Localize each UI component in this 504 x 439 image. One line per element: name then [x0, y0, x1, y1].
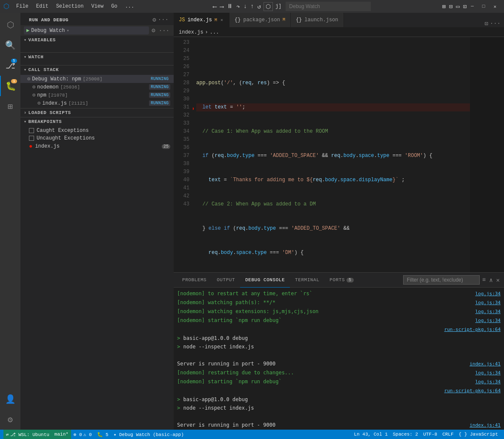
caught-exceptions-checkbox[interactable]	[29, 128, 34, 133]
console-source[interactable]: run-script-pkg.js:64	[444, 387, 501, 395]
breadcrumb-context[interactable]: ...	[210, 29, 219, 35]
sidebar-more-icon[interactable]: ···	[158, 16, 169, 23]
menu-file[interactable]: File	[13, 3, 32, 10]
panel-wrap-icon[interactable]: ≡	[481, 276, 487, 284]
debug-back-btn[interactable]: ⟵	[212, 2, 217, 11]
activity-git[interactable]: ⎇ 5	[0, 55, 20, 76]
minimize-btn[interactable]: ─	[467, 3, 478, 10]
panel-scroll-up-icon[interactable]: ∧	[488, 276, 493, 285]
call-stack-sub-item[interactable]: ⚙ nodemon [25036] RUNNING	[26, 83, 174, 91]
console-source[interactable]: log.js:34	[475, 308, 501, 316]
console-text	[177, 413, 501, 420]
console-source[interactable]: index.js:41	[470, 360, 501, 368]
status-debug[interactable]: 🐛 5	[94, 430, 111, 439]
search-input[interactable]	[286, 2, 371, 11]
menu-view[interactable]: View	[88, 3, 107, 10]
tab-launch-json[interactable]: {} launch.json	[291, 13, 344, 27]
console-source[interactable]: log.js:34	[475, 378, 501, 386]
menu-selection[interactable]: Selection	[53, 3, 87, 10]
tab-problems[interactable]: PROBLEMS	[177, 273, 212, 288]
breakpoint-dot-icon: ●	[29, 143, 32, 150]
menu-edit[interactable]: Edit	[33, 3, 52, 10]
debug-step-out-btn[interactable]: ↑	[249, 2, 255, 11]
tab-terminal[interactable]: TERMINAL	[290, 273, 324, 288]
console-source[interactable]: run-script-pkg.js:64	[444, 326, 501, 334]
uncaught-exceptions-checkbox[interactable]	[29, 136, 34, 141]
split-editor-icon[interactable]: ⊡	[484, 20, 488, 27]
loaded-scripts-header[interactable]: › LOADED SCRIPTS	[20, 108, 174, 117]
tab-ports[interactable]: PORTS 5	[324, 273, 358, 288]
console-source[interactable]: log.js:34	[475, 369, 501, 377]
debug-gear-icon[interactable]: ⚙	[151, 26, 156, 35]
caught-exceptions-item[interactable]: Caught Exceptions	[20, 127, 174, 134]
breakpoints-header[interactable]: ▾ BREAKPOINTS	[20, 117, 174, 126]
bp-filename: index.js	[35, 143, 60, 149]
console-source[interactable]: log.js:34	[475, 290, 501, 298]
debug-step-into-btn[interactable]: ↓	[243, 2, 248, 11]
console-text	[177, 351, 501, 359]
status-remote[interactable]: ⇌ ⎇ WSL: Ubuntu	[3, 430, 52, 439]
console-source[interactable]: log.js:34	[475, 317, 501, 325]
debug-restart-btn[interactable]: ↺	[256, 2, 261, 11]
panel-toggle-btn[interactable]: ▭	[456, 3, 459, 10]
activity-debug[interactable]: 🐛 1	[0, 76, 20, 96]
watch-header[interactable]: ▾ WATCH	[20, 53, 174, 61]
debug-forward-btn[interactable]: ⟶	[219, 2, 224, 11]
tab-right-icons: ⊡ ···	[484, 20, 504, 27]
status-branch[interactable]: main*	[52, 430, 71, 439]
status-debug-session[interactable]: ✦ Debug Watch (basic-app)	[111, 430, 186, 439]
panel-close-icon[interactable]: ✕	[495, 276, 501, 285]
index-icon: ⚙	[37, 100, 40, 106]
index-js-breakpoint[interactable]: ● index.js 25	[20, 142, 174, 151]
breadcrumb-file[interactable]: index.js	[179, 29, 203, 35]
chevron-down-icon: ▾	[66, 28, 69, 33]
status-bar: ⇌ ⎇ WSL: Ubuntu main* ⊗ 0 ⚠ 0 🐛 5 ✦ Debu…	[0, 430, 504, 439]
call-stack-header[interactable]: ▾ CALL STACK	[20, 66, 174, 74]
variables-header[interactable]: ▾ VARIABLES	[20, 36, 174, 44]
status-spaces[interactable]: Spaces: 2	[390, 430, 421, 439]
menu-more[interactable]: ...	[122, 3, 138, 10]
activity-search[interactable]: 🔍	[0, 35, 20, 55]
call-stack-index-item[interactable]: ⚙ index.js [21121] RUNNING	[26, 99, 174, 107]
console-line: > basic-app@1.0.0 debug	[174, 334, 504, 342]
tab-index-js[interactable]: JS index.js M ✕	[174, 13, 229, 27]
maximize-btn[interactable]: □	[478, 3, 490, 10]
sidebar-settings-icon[interactable]: ⚙	[152, 16, 156, 23]
breakpoints-label: BREAKPOINTS	[29, 119, 62, 124]
customize-layout-btn[interactable]: ⊡	[463, 3, 467, 10]
status-encoding[interactable]: UTF-8	[421, 430, 440, 439]
console-line	[174, 351, 504, 359]
status-line-ending[interactable]: CRLF	[440, 430, 456, 439]
activity-account[interactable]: 👤	[0, 389, 20, 409]
console-source[interactable]: index.js:41	[470, 422, 501, 429]
activity-extensions[interactable]: ⊞	[0, 96, 20, 117]
debug-ellipsis-icon[interactable]: ···	[158, 26, 170, 35]
git-badge: 5	[11, 59, 17, 63]
status-errors[interactable]: ⊗ 0 ⚠ 0	[71, 430, 94, 439]
split-editor-btn[interactable]: ⊟	[449, 3, 452, 10]
menu-go[interactable]: Go	[108, 3, 120, 10]
console-text: [nodemon] watching path(s): **/*	[177, 299, 472, 306]
panel-filter-input[interactable]	[403, 275, 480, 285]
more-actions-icon[interactable]: ···	[490, 20, 501, 27]
debug-run-selector[interactable]: ▶ Debug Watch ▾	[24, 26, 149, 34]
panel-content: [nodemon] to restart at any time, enter …	[174, 288, 504, 430]
tab-output[interactable]: OUTPUT	[212, 273, 240, 288]
console-source[interactable]: log.js:34	[475, 299, 501, 307]
status-position[interactable]: Ln 43, Col 1	[352, 430, 390, 439]
tab-package-json[interactable]: {} package.json M	[229, 13, 291, 27]
code-content[interactable]: app.post('/', (req, res) => { ● let text…	[193, 37, 470, 272]
call-stack-item[interactable]: ⚙ Debug Watch: npm [25008] RUNNING	[20, 75, 174, 83]
status-language[interactable]: { } JavaScript	[456, 430, 501, 439]
debug-step-over-btn[interactable]: ↷	[235, 2, 241, 11]
close-btn[interactable]: ✕	[489, 3, 501, 10]
tab-close-icon[interactable]: ✕	[220, 17, 224, 23]
uncaught-exceptions-item[interactable]: Uncaught Exceptions	[20, 134, 174, 142]
tab-debug-console[interactable]: DEBUG CONSOLE	[240, 273, 290, 288]
debug-pause-btn[interactable]: ⏸	[226, 2, 234, 11]
call-stack-npm-item[interactable]: ⚙ npm [21078] RUNNING	[26, 91, 174, 99]
debug-stop-btn[interactable]: ⬡	[263, 2, 273, 11]
activity-settings[interactable]: ⚙	[0, 409, 20, 430]
layout-btn[interactable]: ⊞	[442, 3, 445, 10]
activity-explorer[interactable]: ⬡	[0, 14, 20, 35]
